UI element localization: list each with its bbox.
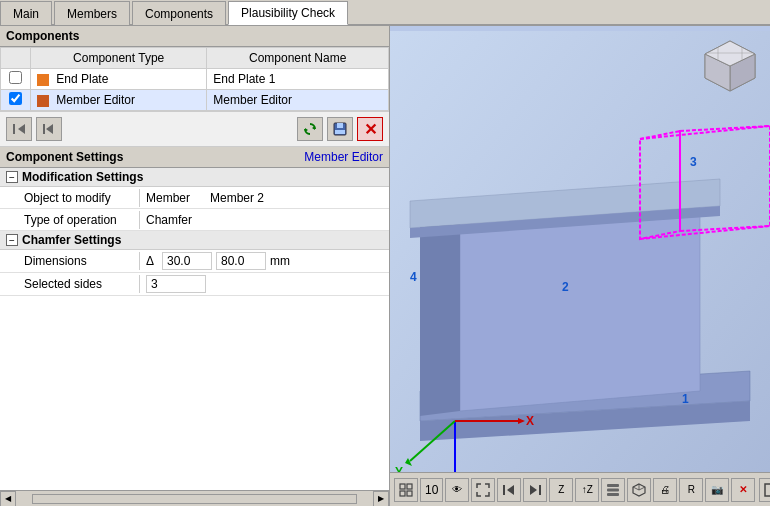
collapse-icon-chamfer[interactable]: − bbox=[6, 234, 18, 246]
tab-members[interactable]: Members bbox=[54, 1, 130, 25]
svg-rect-2 bbox=[43, 124, 45, 134]
components-section-header: Components bbox=[0, 26, 389, 47]
view-btn-fit[interactable] bbox=[471, 478, 495, 502]
row1-checkbox-cell[interactable] bbox=[1, 69, 31, 90]
tab-plausibility-check[interactable]: Plausibility Check bbox=[228, 1, 348, 25]
object-value-2: Member 2 bbox=[210, 191, 270, 205]
horizontal-scrollbar[interactable]: ◀ ▶ bbox=[0, 490, 389, 506]
type-op-value: Chamfer bbox=[146, 213, 206, 227]
left-panel: Components Component Type Component Name bbox=[0, 26, 390, 506]
view-btn-close[interactable]: ✕ bbox=[731, 478, 755, 502]
svg-rect-41 bbox=[407, 484, 412, 489]
tab-components[interactable]: Components bbox=[132, 1, 226, 25]
view-btn-camera[interactable]: 📷 bbox=[705, 478, 729, 502]
view-btn-prev[interactable] bbox=[497, 478, 521, 502]
component-toolbar: ✕ bbox=[0, 111, 389, 147]
svg-rect-48 bbox=[607, 484, 619, 487]
svg-text:X: X bbox=[526, 414, 534, 428]
view-btn-maximize[interactable] bbox=[759, 478, 770, 502]
badge-label: 10 bbox=[425, 483, 438, 497]
view-btn-grid[interactable] bbox=[394, 478, 418, 502]
svg-marker-47 bbox=[530, 485, 537, 495]
svg-text:4: 4 bbox=[410, 270, 417, 284]
svg-rect-55 bbox=[765, 484, 770, 496]
svg-marker-13 bbox=[420, 211, 460, 416]
right-panel: 4 2 3 1 Z Y X bbox=[390, 26, 770, 506]
table-row[interactable]: Member Editor Member Editor bbox=[1, 90, 389, 111]
chamfer-settings-label: Chamfer Settings bbox=[22, 233, 121, 247]
prop-value-sides[interactable] bbox=[140, 273, 389, 295]
settings-title: Component Settings bbox=[6, 150, 123, 164]
tab-bar: Main Members Components Plausibility Che… bbox=[0, 0, 770, 26]
prop-value-type-op: Chamfer bbox=[140, 211, 389, 229]
svg-rect-0 bbox=[13, 124, 15, 134]
settings-body: − Modification Settings Object to modify… bbox=[0, 168, 389, 490]
svg-marker-1 bbox=[18, 124, 25, 134]
svg-text:3: 3 bbox=[690, 155, 697, 169]
row1-type: End Plate bbox=[31, 69, 207, 90]
prop-type-operation: Type of operation Chamfer bbox=[0, 209, 389, 231]
btn-prev[interactable] bbox=[36, 117, 62, 141]
view-btn-render[interactable]: R bbox=[679, 478, 703, 502]
sides-input[interactable] bbox=[146, 275, 206, 293]
row1-checkbox[interactable] bbox=[9, 71, 22, 84]
collapse-icon-modification[interactable]: − bbox=[6, 171, 18, 183]
view-btn-cube[interactable] bbox=[627, 478, 651, 502]
view-btn-zfit[interactable]: Z bbox=[549, 478, 573, 502]
modification-settings-label: Modification Settings bbox=[22, 170, 143, 184]
svg-rect-40 bbox=[400, 484, 405, 489]
view-btn-print[interactable]: 🖨 bbox=[653, 478, 677, 502]
svg-rect-7 bbox=[337, 123, 343, 128]
row2-color bbox=[37, 95, 49, 107]
row2-type: Member Editor bbox=[31, 90, 207, 111]
row2-checkbox-cell[interactable] bbox=[1, 90, 31, 111]
svg-marker-3 bbox=[46, 124, 53, 134]
tab-main[interactable]: Main bbox=[0, 1, 52, 25]
svg-marker-45 bbox=[507, 485, 514, 495]
view-btn-next[interactable] bbox=[523, 478, 547, 502]
delta-icon: Δ bbox=[146, 254, 154, 268]
view-btn-zup[interactable]: ↑Z bbox=[575, 478, 599, 502]
svg-rect-8 bbox=[335, 130, 345, 134]
row2-name: Member Editor bbox=[207, 90, 389, 111]
modification-settings-group[interactable]: − Modification Settings bbox=[0, 168, 389, 187]
dimension-unit: mm bbox=[270, 254, 290, 268]
scroll-track[interactable] bbox=[32, 494, 357, 504]
view-btn-layers[interactable] bbox=[601, 478, 625, 502]
table-row[interactable]: End Plate End Plate 1 bbox=[1, 69, 389, 90]
btn-delete[interactable]: ✕ bbox=[357, 117, 383, 141]
svg-rect-50 bbox=[607, 493, 619, 496]
viewport-3d[interactable]: 4 2 3 1 Z Y X bbox=[390, 26, 770, 506]
btn-first[interactable] bbox=[6, 117, 32, 141]
components-table: Component Type Component Name End Plate … bbox=[0, 47, 389, 111]
row1-color bbox=[37, 74, 49, 86]
svg-rect-43 bbox=[407, 491, 412, 496]
col-checkbox bbox=[1, 48, 31, 69]
btn-refresh[interactable] bbox=[297, 117, 323, 141]
dimension-input-1[interactable] bbox=[162, 252, 212, 270]
main-content: Components Component Type Component Name bbox=[0, 26, 770, 506]
cube-navigator[interactable] bbox=[700, 36, 760, 96]
svg-rect-42 bbox=[400, 491, 405, 496]
prop-selected-sides: Selected sides bbox=[0, 273, 389, 296]
settings-header: Component Settings Member Editor bbox=[0, 147, 389, 168]
btn-save[interactable] bbox=[327, 117, 353, 141]
components-title: Components bbox=[6, 29, 79, 43]
prop-name-type-op: Type of operation bbox=[0, 211, 140, 229]
object-value-1: Member bbox=[146, 191, 206, 205]
settings-subtitle: Member Editor bbox=[304, 150, 383, 164]
prop-value-dimensions[interactable]: Δ mm bbox=[140, 250, 389, 272]
view-btn-eye[interactable]: 👁 bbox=[445, 478, 469, 502]
chamfer-settings-group[interactable]: − Chamfer Settings bbox=[0, 231, 389, 250]
row1-name: End Plate 1 bbox=[207, 69, 389, 90]
delete-icon: ✕ bbox=[364, 120, 377, 139]
svg-text:1: 1 bbox=[682, 392, 689, 406]
scroll-right-arrow[interactable]: ▶ bbox=[373, 491, 389, 507]
dimension-input-2[interactable] bbox=[216, 252, 266, 270]
model-svg: 4 2 3 1 Z Y X bbox=[390, 26, 770, 506]
row2-checkbox[interactable] bbox=[9, 92, 22, 105]
prop-object-to-modify: Object to modify Member Member 2 bbox=[0, 187, 389, 209]
scroll-left-arrow[interactable]: ◀ bbox=[0, 491, 16, 507]
view-badge-number[interactable]: 10 bbox=[420, 478, 443, 502]
svg-rect-49 bbox=[607, 488, 619, 491]
